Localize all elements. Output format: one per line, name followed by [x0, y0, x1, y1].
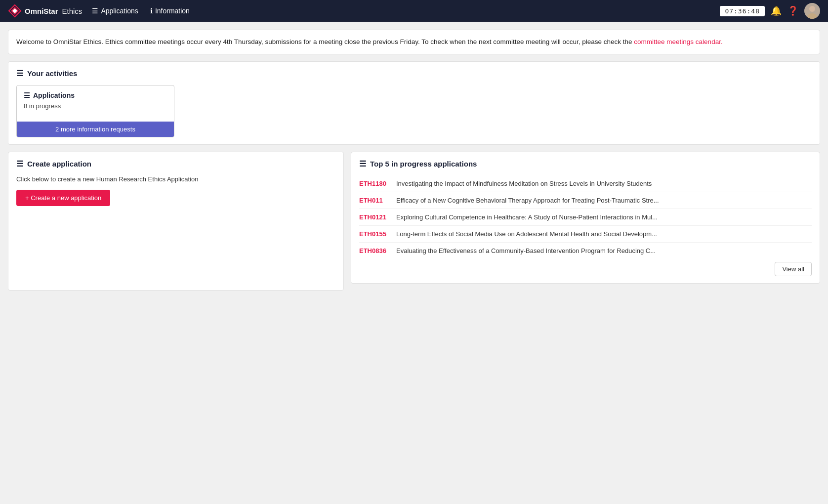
app-link-ETH011[interactable]: ETH011	[359, 197, 391, 204]
main-content: Welcome to OmniStar Ethics. Ethics commi…	[0, 22, 828, 298]
app-link-ETH0836[interactable]: ETH0836	[359, 247, 391, 254]
help-button[interactable]: ❓	[787, 5, 798, 16]
create-application-title: ☰ Create application	[16, 159, 335, 168]
top5-list-item: ETH0121 Exploring Cultural Competence in…	[359, 209, 812, 226]
app-link-ETH1180[interactable]: ETH1180	[359, 180, 391, 187]
top5-footer: View all	[359, 262, 812, 276]
create-new-application-button[interactable]: + Create a new application	[16, 190, 110, 206]
applications-activity-card[interactable]: ☰ Applications 8 in progress 2 more info…	[16, 85, 174, 137]
information-icon: ℹ	[150, 7, 153, 15]
create-app-icon: ☰	[16, 159, 23, 168]
welcome-banner: Welcome to OmniStar Ethics. Ethics commi…	[8, 30, 820, 54]
create-application-section: ☰ Create application Click below to crea…	[8, 152, 344, 291]
nav-applications-label: Applications	[101, 7, 138, 15]
notifications-button[interactable]: 🔔	[771, 5, 782, 16]
user-avatar[interactable]	[804, 3, 820, 19]
top5-list-item: ETH0155 Long-term Effects of Social Medi…	[359, 226, 812, 243]
top5-title-label: Top 5 in progress applications	[370, 160, 477, 168]
applications-card-body: ☰ Applications 8 in progress	[17, 85, 174, 122]
create-app-description: Click below to create a new Human Resear…	[16, 175, 335, 183]
top5-list: ETH1180 Investigating the Impact of Mind…	[359, 175, 812, 259]
top5-column: ☰ Top 5 in progress applications ETH1180…	[351, 152, 820, 291]
app-title-ETH0155: Long-term Effects of Social Media Use on…	[396, 230, 657, 238]
applications-card-title: ☰ Applications	[24, 91, 167, 99]
top5-icon: ☰	[359, 159, 366, 168]
app-link-ETH0155[interactable]: ETH0155	[359, 230, 391, 238]
app-title-ETH0836: Evaluating the Effectiveness of a Commun…	[396, 247, 656, 254]
brand-logo[interactable]: OmniStar Ethics	[8, 4, 82, 18]
applications-count: 8 in progress	[24, 102, 167, 110]
create-application-column: ☰ Create application Click below to crea…	[8, 152, 344, 291]
create-application-title-label: Create application	[27, 160, 91, 168]
omnistar-icon	[8, 4, 22, 18]
welcome-text: Welcome to OmniStar Ethics. Ethics commi…	[16, 38, 632, 45]
nav-applications[interactable]: ☰ Applications	[92, 7, 138, 15]
view-all-button[interactable]: View all	[775, 262, 812, 276]
brand-name: OmniStar	[25, 7, 58, 15]
avatar-image	[804, 3, 820, 19]
activities-title-label: Your activities	[27, 69, 77, 78]
svg-point-4	[809, 6, 815, 12]
top5-section: ☰ Top 5 in progress applications ETH1180…	[351, 152, 820, 284]
applications-card-icon: ☰	[24, 91, 30, 99]
applications-card-title-label: Applications	[33, 91, 75, 99]
navbar: OmniStar Ethics ☰ Applications ℹ Informa…	[0, 0, 828, 22]
nav-menu: ☰ Applications ℹ Information	[92, 7, 710, 15]
two-column-layout: ☰ Create application Click below to crea…	[8, 152, 820, 291]
nav-information-label: Information	[155, 7, 190, 15]
top5-list-item: ETH011 Efficacy of a New Cognitive Behav…	[359, 192, 812, 209]
brand-sub: Ethics	[62, 7, 83, 15]
nav-information[interactable]: ℹ Information	[150, 7, 190, 15]
top5-title: ☰ Top 5 in progress applications	[359, 159, 812, 168]
time-display: 07:36:48	[720, 6, 765, 16]
applications-icon: ☰	[92, 7, 98, 15]
your-activities-title: ☰ Your activities	[16, 69, 812, 78]
app-title-ETH0121: Exploring Cultural Competence in Healthc…	[396, 213, 658, 221]
activities-grid: ☰ Applications 8 in progress 2 more info…	[16, 85, 812, 137]
more-info-requests-button[interactable]: 2 more information requests	[17, 122, 174, 137]
top5-list-item: ETH1180 Investigating the Impact of Mind…	[359, 175, 812, 192]
committee-meetings-link[interactable]: committee meetings calendar.	[634, 38, 722, 45]
your-activities-section: ☰ Your activities ☰ Applications 8 in pr…	[8, 61, 820, 145]
app-title-ETH011: Efficacy of a New Cognitive Behavioral T…	[396, 197, 659, 204]
top5-list-item: ETH0836 Evaluating the Effectiveness of …	[359, 243, 812, 259]
app-link-ETH0121[interactable]: ETH0121	[359, 213, 391, 221]
navbar-right: 07:36:48 🔔 ❓	[720, 3, 820, 19]
activities-icon: ☰	[16, 69, 23, 78]
app-title-ETH1180: Investigating the Impact of Mindfulness …	[396, 180, 652, 187]
